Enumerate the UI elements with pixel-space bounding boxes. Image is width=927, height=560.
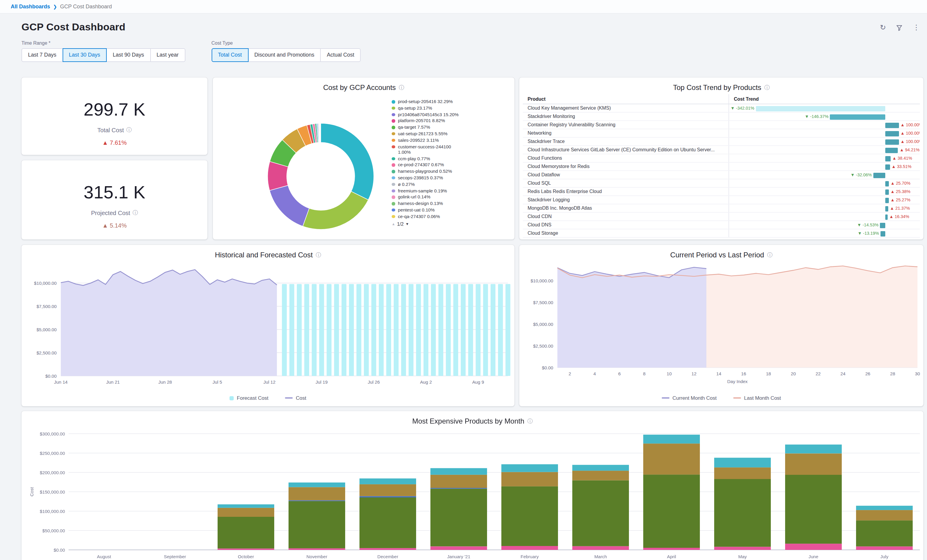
bar-segment-teal[interactable] xyxy=(572,465,629,471)
forecast-bar[interactable] xyxy=(446,284,451,376)
bar-segment-olive[interactable] xyxy=(572,470,629,480)
bar-segment-pink[interactable] xyxy=(785,543,842,550)
donut-legend-item[interactable]: ccm-play 0.77% xyxy=(392,156,499,161)
trend-bar[interactable] xyxy=(880,223,885,228)
current-month-area[interactable] xyxy=(558,267,707,367)
bar-segment-green[interactable] xyxy=(430,489,487,546)
bar-segment-olive[interactable] xyxy=(217,508,274,517)
bar-segment-green[interactable] xyxy=(643,475,700,548)
bar-segment-olive[interactable] xyxy=(856,510,913,521)
donut-legend-item[interactable]: harness-design 0.13% xyxy=(392,201,499,206)
period-comparison-chart[interactable]: $0.00$2,500.00$5,000.00$7,500.00$10,000.… xyxy=(521,263,922,389)
forecast-bar[interactable] xyxy=(379,284,384,376)
donut-segment-pr10406a87045145c3[interactable] xyxy=(269,185,309,226)
forecast-bar[interactable] xyxy=(409,284,413,376)
forecast-bar[interactable] xyxy=(483,284,488,376)
breadcrumb-all-dashboards-link[interactable]: All Dashboards xyxy=(11,4,50,9)
forecast-bar[interactable] xyxy=(304,284,309,376)
bar-segment-teal[interactable] xyxy=(359,478,416,484)
bar-segment-blue[interactable] xyxy=(430,488,487,489)
info-icon[interactable]: ⓘ xyxy=(126,126,131,134)
column-header-product[interactable]: Product xyxy=(523,96,728,102)
legend-current-month[interactable]: Current Month Cost xyxy=(662,395,717,401)
bar-segment-olive[interactable] xyxy=(501,472,558,486)
bar-segment-olive[interactable] xyxy=(714,467,771,479)
time-range-option-last-year[interactable]: Last year xyxy=(150,48,185,62)
forecast-bar[interactable] xyxy=(401,284,406,376)
info-icon[interactable]: ⓘ xyxy=(399,84,404,91)
refresh-icon[interactable]: ↻ xyxy=(880,24,886,31)
donut-legend-item[interactable]: qa-target 7.57% xyxy=(392,124,499,130)
cost-type-option-total-cost[interactable]: Total Cost xyxy=(211,48,248,62)
bar-segment-green[interactable] xyxy=(856,521,913,546)
donut-legend-item[interactable]: ø 0.27% xyxy=(392,182,499,187)
forecast-bar[interactable] xyxy=(476,284,480,376)
forecast-bar[interactable] xyxy=(349,284,354,376)
bar-segment-teal[interactable] xyxy=(430,468,487,475)
bar-segment-pink[interactable] xyxy=(359,548,416,550)
forecast-bar[interactable] xyxy=(364,284,369,376)
bar-segment-teal[interactable] xyxy=(714,458,771,467)
donut-legend-item[interactable]: ce-qa-274307 0.06% xyxy=(392,214,499,219)
donut-legend-item[interactable]: freemium-sample 0.19% xyxy=(392,188,499,193)
bar-segment-pink[interactable] xyxy=(572,546,629,550)
donut-legend-item[interactable]: harness-playground 0.52% xyxy=(392,168,499,174)
trend-bar[interactable] xyxy=(830,114,886,120)
trend-bar[interactable] xyxy=(756,106,886,111)
forecast-bar[interactable] xyxy=(438,284,443,376)
forecast-bar[interactable] xyxy=(453,284,458,376)
trend-bar[interactable] xyxy=(886,123,899,128)
trend-bar[interactable] xyxy=(886,139,899,144)
historical-forecast-chart[interactable]: $0.00$2,500.00$5,000.00$7,500.00$10,000.… xyxy=(24,263,513,389)
forecast-bar[interactable] xyxy=(506,284,510,376)
forecast-bar[interactable] xyxy=(371,284,376,376)
bar-segment-teal[interactable] xyxy=(501,464,558,472)
donut-legend-item[interactable]: customer-success-244100 1.00% xyxy=(392,144,499,155)
trend-bar[interactable] xyxy=(873,173,886,178)
trend-bar[interactable] xyxy=(886,164,890,170)
trend-bar[interactable] xyxy=(886,214,887,220)
info-icon[interactable]: ⓘ xyxy=(764,84,770,91)
bar-segment-pink[interactable] xyxy=(217,548,274,550)
legend-page-down-icon[interactable]: ▼ xyxy=(406,223,409,226)
donut-legend-item[interactable]: prod-setup-205416 32.29% xyxy=(392,99,499,104)
forecast-bar[interactable] xyxy=(297,284,302,376)
forecast-bar[interactable] xyxy=(491,284,495,376)
trend-bar[interactable] xyxy=(886,206,889,211)
bar-segment-teal[interactable] xyxy=(856,506,913,510)
forecast-bar[interactable] xyxy=(342,284,346,376)
bar-segment-pink[interactable] xyxy=(643,548,700,550)
donut-legend-item[interactable]: uat-setup-261723 5.55% xyxy=(392,131,499,137)
bar-segment-pink[interactable] xyxy=(714,547,771,550)
bar-segment-pink[interactable] xyxy=(856,546,913,550)
cost-area[interactable] xyxy=(61,270,277,376)
donut-legend-item[interactable]: golink-url 0.14% xyxy=(392,194,499,200)
info-icon[interactable]: ⓘ xyxy=(527,417,533,425)
trend-bar[interactable] xyxy=(886,197,889,203)
forecast-bar[interactable] xyxy=(461,284,466,376)
trend-bar[interactable] xyxy=(886,131,899,136)
legend-last-month[interactable]: Last Month Cost xyxy=(733,395,781,401)
forecast-bar[interactable] xyxy=(282,284,287,376)
trend-bar[interactable] xyxy=(886,181,889,186)
bar-segment-green[interactable] xyxy=(501,486,558,546)
donut-legend-item[interactable]: qa-setup 23.17% xyxy=(392,105,499,111)
monthly-products-chart[interactable]: $0.00$50,000.00$100,000.00$150,000.00$20… xyxy=(25,426,920,560)
donut-segment-qa-setup[interactable] xyxy=(303,191,368,229)
info-icon[interactable]: ⓘ xyxy=(133,209,138,217)
forecast-bar[interactable] xyxy=(394,284,398,376)
cost-type-option-actual-cost[interactable]: Actual Cost xyxy=(320,48,361,62)
bar-segment-teal[interactable] xyxy=(785,445,842,453)
bar-segment-green[interactable] xyxy=(785,475,842,543)
trend-bar[interactable] xyxy=(886,147,898,153)
gcp-accounts-donut-chart[interactable] xyxy=(261,117,380,236)
time-range-option-last-30-days[interactable]: Last 30 Days xyxy=(62,48,107,62)
forecast-bar[interactable] xyxy=(357,284,361,376)
time-range-option-last-7-days[interactable]: Last 7 Days xyxy=(21,48,63,62)
forecast-bar[interactable] xyxy=(319,284,324,376)
forecast-bar[interactable] xyxy=(498,284,503,376)
legend-page-up-icon[interactable]: ▲ xyxy=(392,223,395,226)
bar-segment-green[interactable] xyxy=(359,498,416,548)
column-header-cost-trend[interactable]: Cost Trend xyxy=(728,94,920,104)
cost-type-option-discount-and-promotions[interactable]: Discount and Promotions xyxy=(248,48,321,62)
